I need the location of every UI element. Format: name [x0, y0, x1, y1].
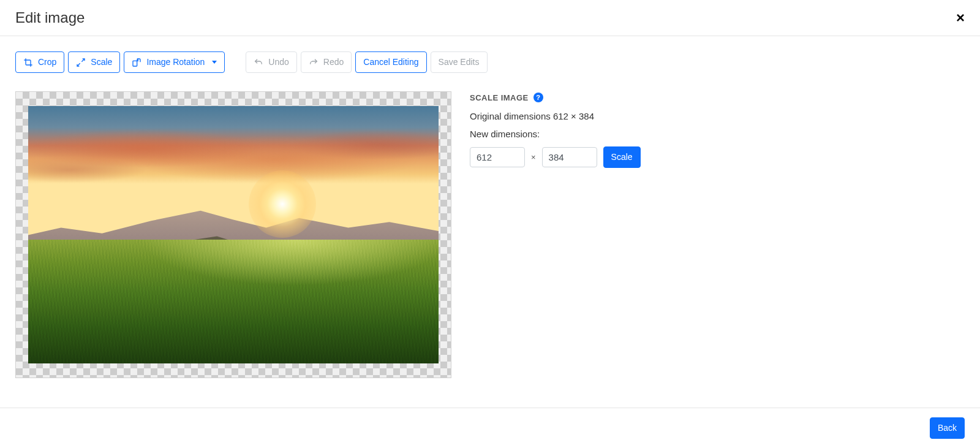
back-button[interactable]: Back	[930, 417, 965, 439]
editor-row: SCALE IMAGE ? Original dimensions 612 × …	[15, 91, 965, 378]
height-input[interactable]	[542, 147, 597, 167]
scale-button[interactable]: Scale	[68, 51, 120, 73]
rotation-icon	[132, 58, 141, 67]
sun	[249, 170, 316, 238]
scale-panel-title: SCALE IMAGE ?	[470, 93, 965, 102]
image-preview	[28, 106, 439, 363]
cancel-editing-button[interactable]: Cancel Editing	[355, 51, 426, 73]
scale-icon	[76, 58, 86, 67]
redo-button[interactable]: Redo	[301, 51, 352, 73]
redo-icon	[309, 58, 318, 67]
undo-icon	[254, 58, 263, 67]
scale-title-text: SCALE IMAGE	[470, 93, 529, 102]
new-dimensions-label: New dimensions:	[470, 129, 965, 139]
crop-label: Crop	[38, 56, 56, 69]
edit-tools-group: Crop Scale Image Rotation	[15, 51, 225, 73]
times-separator: ×	[531, 153, 536, 162]
modal-body: Crop Scale Image Rotation	[0, 36, 980, 393]
undo-label: Undo	[268, 56, 288, 69]
rotation-button[interactable]: Image Rotation	[124, 51, 225, 73]
action-group: Cancel Editing Save Edits	[355, 51, 487, 73]
image-canvas[interactable]	[15, 91, 451, 378]
dimension-row: × Scale	[470, 146, 965, 168]
modal-title: Edit image	[15, 9, 85, 26]
save-label: Save Edits	[439, 56, 480, 69]
redo-label: Redo	[323, 56, 344, 69]
help-icon[interactable]: ?	[533, 93, 543, 102]
undo-button[interactable]: Undo	[246, 51, 296, 73]
grass-region	[28, 240, 439, 363]
apply-scale-button[interactable]: Scale	[603, 146, 641, 168]
clouds-region	[28, 127, 439, 199]
modal-header: Edit image ×	[0, 0, 980, 36]
close-button[interactable]: ×	[956, 10, 965, 25]
save-edits-button[interactable]: Save Edits	[431, 51, 488, 73]
modal-footer: Back	[0, 408, 980, 448]
crop-icon	[23, 58, 33, 67]
rotation-label: Image Rotation	[146, 56, 205, 69]
width-input[interactable]	[470, 147, 525, 167]
scale-panel: SCALE IMAGE ? Original dimensions 612 × …	[470, 91, 965, 378]
edit-image-modal: Edit image × Crop Scale	[0, 0, 980, 448]
history-group: Undo Redo	[246, 51, 352, 73]
cancel-label: Cancel Editing	[363, 56, 418, 69]
toolbar: Crop Scale Image Rotation	[15, 51, 965, 73]
svg-rect-0	[133, 61, 137, 66]
chevron-down-icon	[212, 61, 217, 64]
scale-label: Scale	[91, 56, 112, 69]
crop-button[interactable]: Crop	[15, 51, 64, 73]
original-dimensions-text: Original dimensions 612 × 384	[470, 111, 965, 121]
